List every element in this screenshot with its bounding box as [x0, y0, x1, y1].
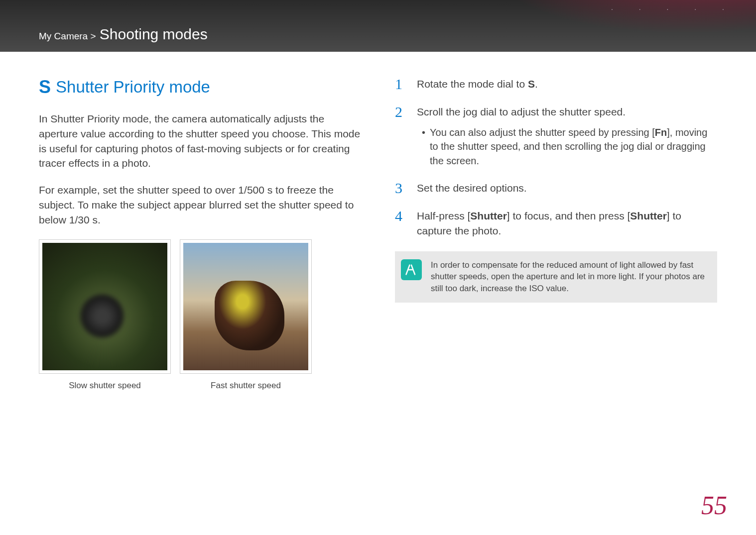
- step-4: 4 Half-press [Shutter] to focus, and the…: [395, 209, 717, 238]
- step-text: Scroll the jog dial to adjust the shutte…: [417, 106, 626, 117]
- intro-paragraph-2: For example, set the shutter speed to ov…: [39, 183, 361, 227]
- step-number: 3: [395, 181, 408, 196]
- step-text: .: [535, 78, 538, 90]
- step-text: ] to focus, and then press [: [507, 210, 630, 221]
- step-text: Rotate the mode dial to: [417, 78, 528, 90]
- breadcrumb-title: Shooting modes: [100, 26, 208, 42]
- step-number: 4: [395, 209, 408, 223]
- section-title-text: Shutter Priority mode: [56, 78, 210, 97]
- step-text: Half-press [: [417, 210, 470, 221]
- page-header: · · · · · My Camera > Shooting modes: [0, 0, 756, 52]
- step-body: Half-press [Shutter] to focus, and then …: [417, 209, 717, 238]
- left-column: S Shutter Priority mode In Shutter Prior…: [39, 77, 361, 391]
- caption-slow: Slow shutter speed: [39, 381, 171, 391]
- example-images-row: Slow shutter speed Fast shutter speed: [39, 239, 361, 391]
- fn-button-icon: Fn: [655, 127, 667, 138]
- image-frame: [180, 239, 312, 374]
- image-slow-container: Slow shutter speed: [39, 239, 171, 391]
- step-body: Set the desired options.: [417, 181, 527, 196]
- breadcrumb: My Camera > Shooting modes: [39, 26, 208, 43]
- step-number: 2: [395, 105, 408, 119]
- step-body: Scroll the jog dial to adjust the shutte…: [417, 105, 717, 168]
- note-box: In order to compensate for the reduced a…: [395, 251, 717, 303]
- step-3: 3 Set the desired options.: [395, 181, 717, 196]
- image-frame: [39, 239, 171, 374]
- note-text: In order to compensate for the reduced a…: [431, 259, 707, 295]
- s-mode-icon: S: [39, 77, 51, 98]
- slow-shutter-image: [42, 243, 167, 370]
- fast-shutter-image: [183, 243, 308, 370]
- shutter-label: Shutter: [470, 210, 507, 221]
- header-decoration: · · · · ·: [497, 0, 756, 52]
- section-title: S Shutter Priority mode: [39, 77, 361, 98]
- note-icon: [401, 259, 422, 280]
- caption-fast: Fast shutter speed: [180, 381, 312, 391]
- step-1: 1 Rotate the mode dial to S.: [395, 77, 717, 92]
- image-fast-container: Fast shutter speed: [180, 239, 312, 391]
- step-substep: You can also adjust the shutter speed by…: [417, 125, 717, 168]
- steps-list: 1 Rotate the mode dial to S. 2 Scroll th…: [395, 77, 717, 238]
- content-area: S Shutter Priority mode In Shutter Prior…: [0, 52, 756, 391]
- intro-paragraph-1: In Shutter Priority mode, the camera aut…: [39, 111, 361, 171]
- s-mode-inline-icon: S: [528, 78, 535, 90]
- page-number: 55: [701, 491, 727, 520]
- step-body: Rotate the mode dial to S.: [417, 77, 538, 92]
- substep-text: You can also adjust the shutter speed by…: [430, 127, 655, 138]
- breadcrumb-parent: My Camera: [39, 31, 88, 41]
- breadcrumb-separator: >: [88, 31, 99, 41]
- step-text: Set the desired options.: [417, 182, 527, 194]
- step-number: 1: [395, 77, 408, 92]
- right-column: 1 Rotate the mode dial to S. 2 Scroll th…: [395, 77, 717, 391]
- step-2: 2 Scroll the jog dial to adjust the shut…: [395, 105, 717, 168]
- shutter-label: Shutter: [630, 210, 667, 221]
